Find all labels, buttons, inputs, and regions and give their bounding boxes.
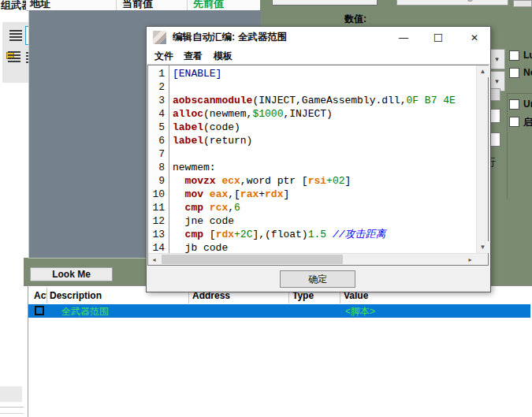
horizontal-scroll-thumb[interactable]	[162, 255, 343, 264]
code-line[interactable]: cmp rcx,6	[170, 201, 476, 214]
line-number: 7	[148, 147, 169, 161]
column-address[interactable]: 地址	[30, 0, 50, 11]
editor-code[interactable]: [ENABLE]aobscanmodule(INJECT,GameAssembl…	[170, 65, 476, 255]
code-line[interactable]: label(return)	[170, 134, 476, 147]
minimize-icon: —	[399, 32, 408, 43]
code-line[interactable]: [ENABLE]	[170, 67, 476, 80]
menu-view[interactable]: 查看	[184, 50, 203, 63]
code-line[interactable]: jne code	[170, 214, 476, 228]
scroll-up-icon[interactable]: ▲	[477, 65, 489, 77]
line-number: 9	[148, 174, 169, 188]
checkbox-lua[interactable]	[509, 50, 519, 61]
maximize-button[interactable]: ☐	[427, 28, 449, 47]
code-line[interactable]: label(code)	[170, 121, 476, 134]
script-editor[interactable]: 1234567891011121314 [ENABLE]aobscanmodul…	[147, 65, 489, 266]
code-line[interactable]	[170, 80, 476, 94]
checkbox-unrandomizer-label: Un	[523, 99, 532, 110]
column-separator	[116, 0, 117, 10]
line-number: 13	[148, 228, 169, 241]
table-row[interactable]: 全武器范围 <脚本>	[28, 304, 530, 318]
foundlist-header: 地址 当前值 先前值	[26, 0, 260, 11]
list-with-marker-icon[interactable]	[6, 50, 22, 62]
line-number: 2	[148, 80, 169, 94]
scan-panel-edge	[24, 258, 28, 286]
line-number: 12	[148, 214, 169, 228]
background-fragment-box	[0, 386, 22, 402]
code-line[interactable]	[170, 147, 476, 161]
scan-size-box[interactable]	[513, 0, 532, 7]
code-line[interactable]: aobscanmodule(INJECT,GameAssembly.dll,0F…	[170, 94, 476, 107]
row-value: <脚本>	[345, 305, 375, 318]
menu-file[interactable]: 文件	[154, 50, 173, 63]
editor-gutter: 1234567891011121314	[148, 65, 169, 253]
code-line[interactable]: cmp [rdx+2C],(float)1.5 //攻击距离	[170, 228, 476, 241]
row-description: 全武器范围	[61, 305, 109, 318]
table-column-separator	[47, 288, 47, 303]
scroll-right-icon[interactable]: ▸	[464, 254, 476, 265]
line-number: 4	[148, 107, 169, 121]
code-line[interactable]: newmem:	[170, 161, 476, 174]
table-header-description[interactable]: Description	[50, 290, 102, 301]
checkbox-not-label: No	[523, 67, 532, 78]
search-again-button[interactable]: Search Augain	[396, 0, 508, 6]
line-number: 11	[148, 201, 169, 214]
checkbox-lua-label: Lu	[523, 50, 532, 61]
close-button[interactable]: ✕	[463, 28, 485, 47]
scroll-down-icon[interactable]: ▼	[477, 241, 489, 253]
vertical-scrollbar[interactable]: ▲ ▼	[476, 65, 488, 253]
scroll-left-icon[interactable]: ◂	[148, 254, 160, 265]
table-header-active[interactable]: Active	[34, 290, 47, 301]
checkbox-enable[interactable]	[509, 117, 519, 127]
auto-assemble-dialog: 编辑自动汇编: 全武器范围 — ☐ ✕ 文件 查看 模板 12345678910…	[146, 26, 491, 292]
close-icon: ✕	[471, 32, 478, 43]
address-table: Active Description Address Type Value 全武…	[28, 285, 532, 417]
screen: 组武器 地址 当前值 先前值 First Search Search Augai…	[0, 0, 532, 417]
line-number: 3	[148, 94, 169, 107]
align-lines-icon[interactable]	[9, 30, 22, 41]
code-line[interactable]: mov eax,[rax+rdx]	[170, 188, 476, 201]
ok-button[interactable]: 确定	[280, 270, 355, 288]
menu-template[interactable]: 模板	[214, 50, 233, 63]
column-separator	[187, 0, 188, 10]
dialog-titlebar[interactable]: 编辑自动汇编: 全武器范围 — ☐ ✕	[147, 27, 490, 48]
line-number: 1	[148, 67, 169, 80]
chevron-down-icon: ▾	[495, 55, 499, 63]
checkbox-not[interactable]	[509, 68, 519, 78]
background-fragment-line	[0, 413, 24, 414]
row-active-checkbox[interactable]	[35, 306, 44, 315]
line-number: 8	[148, 161, 169, 174]
groupbox-border-top	[507, 93, 532, 94]
first-search-button[interactable]: First Search	[272, 0, 378, 6]
value-type-dropdown-button[interactable]: ▾	[489, 49, 505, 69]
column-current[interactable]: 当前值	[122, 0, 153, 11]
checkbox-enable-label: 启	[523, 116, 532, 129]
groupbox-border	[507, 93, 508, 199]
chevron-down-icon: ▾	[495, 77, 499, 85]
line-number: 10	[148, 188, 169, 201]
look-me-button[interactable]: Look Me	[30, 267, 113, 281]
maximize-icon: ☐	[433, 32, 444, 44]
value-label: 数值:	[344, 13, 366, 26]
dialog-menubar: 文件 查看 模板	[147, 48, 490, 65]
code-line[interactable]: alloc(newmem,$1000,INJECT)	[170, 107, 476, 121]
line-number: 5	[148, 121, 169, 134]
checkbox-unrandomizer[interactable]	[509, 99, 519, 110]
background-fragment-line	[0, 407, 24, 408]
line-number: 6	[148, 134, 169, 147]
dialog-avatar-icon	[153, 31, 166, 44]
minimize-button[interactable]: —	[392, 28, 415, 47]
horizontal-scrollbar[interactable]: ◂ ▸	[148, 253, 488, 265]
lines-glyph	[8, 51, 20, 62]
code-line[interactable]: movzx ecx,word ptr [rsi+02]	[170, 174, 476, 188]
column-previous[interactable]: 先前值	[193, 0, 224, 11]
dialog-title: 编辑自动汇编: 全武器范围	[173, 27, 287, 48]
